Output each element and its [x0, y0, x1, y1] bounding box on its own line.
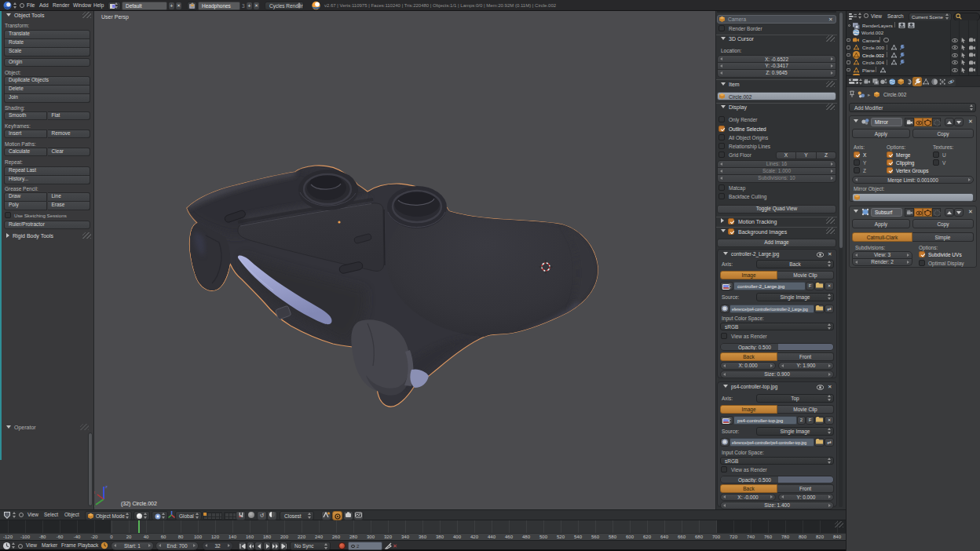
svg-text:z: z	[105, 484, 108, 489]
